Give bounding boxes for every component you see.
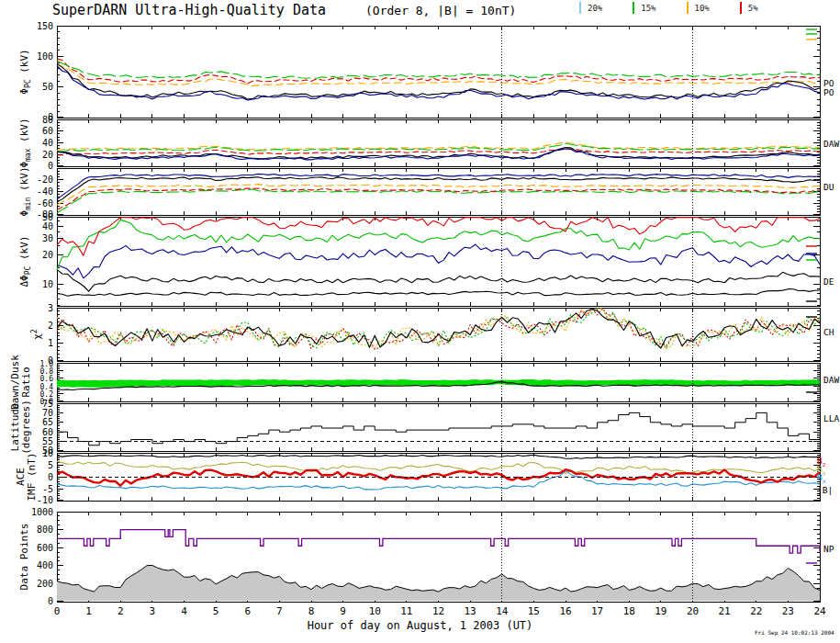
- right-panel-label: LLA: [823, 413, 839, 423]
- y-tick-label: 20: [42, 150, 53, 160]
- y-tick-label: -10: [37, 495, 53, 505]
- x-tick-label: 5: [213, 605, 219, 617]
- right-panel-label: DU: [823, 182, 834, 192]
- y-tick-label: 60: [42, 126, 53, 136]
- y-axis-label: Data Points: [18, 524, 30, 591]
- y-tick-label: 55: [42, 436, 53, 446]
- panel-data-points: 02004006008001000Data PointsNP: [18, 507, 834, 606]
- series-blue: [57, 244, 820, 278]
- series-black-low: [57, 289, 820, 297]
- y-tick-label: 0.4: [40, 383, 54, 391]
- legend-item: 20%: [579, 2, 602, 14]
- series-chi-green: [57, 309, 820, 349]
- legend-swatch: [579, 2, 581, 14]
- timestamp: Fri Sep 24 10:02:13 2004: [755, 629, 834, 636]
- x-tick-label: 7: [276, 605, 283, 617]
- y-tick-label: 2: [48, 321, 53, 331]
- series-By: [57, 461, 820, 473]
- x-tick-label: 23: [782, 605, 794, 617]
- y-tick-label: 3: [48, 303, 53, 313]
- y-tick-label: 40: [42, 138, 53, 148]
- y-tick-label: 0: [48, 596, 53, 606]
- percent-legend: 20%15%10%5%: [579, 2, 758, 14]
- x-tick-label: 14: [496, 605, 509, 617]
- legend-swatch: [633, 2, 634, 14]
- y-tick-label: 1000: [31, 507, 53, 517]
- y-tick-label: 100: [37, 51, 53, 62]
- y-tick-label: -60: [37, 198, 53, 209]
- x-tick-label: 9: [340, 605, 346, 617]
- y-tick-label: 0: [48, 472, 53, 482]
- x-tick-label: 18: [623, 605, 635, 617]
- chart-canvas: 050100150ΦPC (kV)POPO020406080Φmax (kV)D…: [0, 0, 840, 643]
- series-points-used-fill: [57, 565, 820, 601]
- right-panel-label: |B|: [817, 485, 833, 495]
- panel-latitude: 505560657075Latitude(degrees)LLA: [9, 399, 839, 456]
- series-15%: [57, 189, 820, 213]
- legend-label: 20%: [588, 4, 602, 13]
- right-panel-label: DAW: [823, 375, 839, 385]
- y-tick-label: 30: [42, 233, 53, 243]
- panel-phi-pc: 050100150ΦPC (kV)POPO: [18, 21, 834, 122]
- x-tick-label: 12: [432, 605, 444, 617]
- legend-label: 15%: [641, 4, 655, 13]
- right-panel-label: PO: [823, 87, 834, 97]
- series-15%: [57, 61, 820, 79]
- x-axis-title: Hour of day on August, 1 2003 (UT): [0, 619, 840, 632]
- y-tick-label: 1: [48, 338, 53, 348]
- y-tick-label: 1.0: [40, 360, 54, 368]
- panel-dawn-dusk-ratio: 0.00.20.40.60.81.0Dawn/DuskRatioDAW: [9, 355, 839, 410]
- right-panel-label: DAW: [823, 139, 839, 149]
- y-tick-label: 75: [42, 399, 53, 409]
- x-tick-label: 0: [54, 605, 61, 617]
- x-tick-label: 10: [369, 605, 381, 617]
- series-chi-orange: [57, 309, 820, 349]
- series-NP: [57, 530, 820, 553]
- series-chi-red: [57, 309, 820, 349]
- x-tick-label: 11: [400, 605, 412, 617]
- y-tick-label: 800: [37, 525, 53, 535]
- legend-swatch: [687, 2, 689, 14]
- right-panel-label: CH: [823, 327, 834, 337]
- y-tick-label: 400: [37, 560, 53, 570]
- y-tick-label: 150: [37, 21, 53, 31]
- panel-delta-phi-pc: 1020304050ΔΦPC (kV)DE: [18, 212, 834, 306]
- series-10%: [57, 63, 820, 85]
- y-tick-label: 200: [37, 579, 53, 589]
- x-tick-label: 1: [85, 605, 92, 617]
- legend-item: 5%: [740, 2, 758, 14]
- panel-phi-min: -80-60-40-20Φmin (kV)DU: [18, 166, 834, 219]
- y-tick-label: 60: [42, 427, 53, 437]
- series-Bz: [57, 469, 820, 486]
- series-Btotal: [57, 455, 820, 458]
- y-tick-label: 0.8: [40, 367, 54, 376]
- x-tick-label: 3: [150, 605, 156, 617]
- y-tick-label: -40: [37, 186, 53, 197]
- series-15%: [57, 143, 820, 152]
- y-axis-label: Ratio: [20, 367, 32, 397]
- panel-chi-squared: 0123χ2CH: [30, 303, 834, 366]
- y-tick-label: 10: [42, 448, 53, 458]
- y-axis-label: (degrees): [20, 400, 32, 455]
- y-tick-label: 70: [42, 408, 53, 418]
- y-tick-label: 50: [42, 82, 53, 92]
- y-axis-label: ΔΦPC (kV): [18, 235, 32, 287]
- series-red: [57, 218, 820, 255]
- y-tick-label: -5: [42, 484, 53, 494]
- y-axis-label: Φmin (kV): [18, 166, 32, 216]
- x-tick-labels: 0123456789101112131415161718192021222324: [54, 605, 826, 617]
- series-5%: [57, 59, 820, 84]
- legend-swatch: [740, 2, 742, 14]
- legend-label: 5%: [748, 4, 758, 13]
- series-model-black: [57, 63, 820, 99]
- page-title: SuperDARN Ultra-High-Quality Data: [52, 2, 326, 18]
- y-tick-label: -20: [37, 175, 53, 185]
- x-tick-label: 8: [308, 605, 315, 617]
- chart-subtitle: (Order 8, |B| = 10nT): [365, 4, 516, 17]
- y-tick-label: 10: [42, 279, 53, 289]
- y-tick-label: 0: [48, 161, 53, 171]
- panel-ace-imf: -10-50510ACEIMF (nT)BzByBx|B|: [15, 448, 833, 505]
- right-panel-label: DE: [823, 276, 834, 287]
- legend-item: 10%: [687, 2, 710, 14]
- x-tick-label: 6: [244, 605, 251, 617]
